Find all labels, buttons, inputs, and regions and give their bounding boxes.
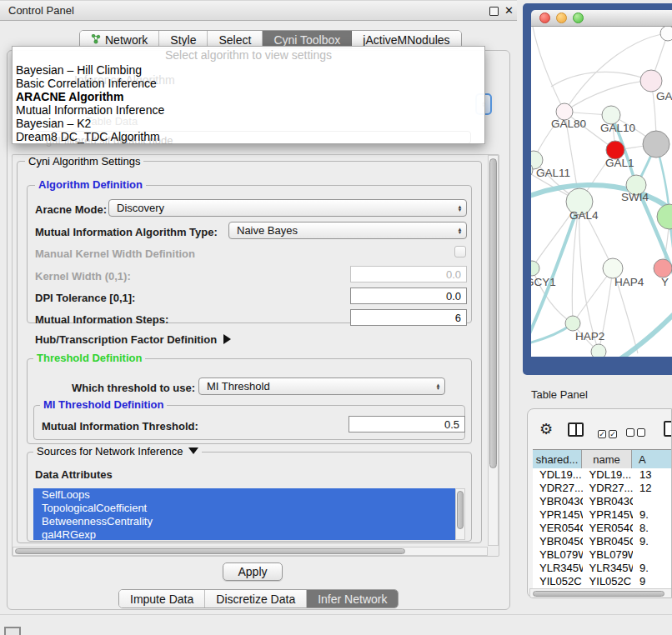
table-file-icon[interactable] <box>664 421 672 437</box>
apply-button[interactable]: Apply <box>223 562 283 581</box>
network-icon <box>91 33 101 47</box>
node-label-gcy1: GCY1 <box>531 276 556 288</box>
zoom-traffic-light[interactable] <box>573 12 584 23</box>
table-row[interactable]: YBL079WYBL079W <box>533 548 672 562</box>
mi-steps-label: Mutual Information Steps: <box>35 313 168 326</box>
column-header-a[interactable]: A <box>632 450 672 468</box>
gear-icon[interactable]: ⚙ <box>539 420 553 438</box>
table-row[interactable]: YBR043CYBR043C <box>533 495 672 508</box>
network-node[interactable] <box>660 27 672 41</box>
table-row[interactable]: YDR27...YDR27...12 <box>533 482 672 495</box>
aracne-mode-label: Aracne Mode: <box>35 203 107 216</box>
table-row[interactable]: YER054CYER054C8. <box>533 522 672 535</box>
minimized-panel-icon[interactable] <box>4 627 21 635</box>
table-hscrollbar-thumb[interactable] <box>533 591 664 597</box>
network-node-y[interactable] <box>654 259 672 278</box>
popup-item-bayesian-k2[interactable]: Bayesian – K2 <box>13 117 484 130</box>
network-node[interactable] <box>657 204 672 229</box>
manual-kernel-width-checkbox[interactable] <box>454 246 466 258</box>
table-cell <box>633 495 672 508</box>
table-cell: YDR27... <box>583 482 633 495</box>
node-label-gal: GAL <box>656 90 672 102</box>
kernel-width-label: Kernel Width (0,1): <box>35 270 131 282</box>
float-window-icon[interactable] <box>489 7 499 16</box>
attributes-scrollbar[interactable] <box>455 488 465 540</box>
network-node[interactable] <box>591 344 606 357</box>
cyni-algorithm-settings-title: Cyni Algorithm Settings <box>25 156 143 168</box>
mi-threshold-definition-title: MI Threshold Definition <box>40 399 167 411</box>
node-label-gal80: GAL80 <box>551 118 586 130</box>
table-cell: 8. <box>633 522 672 535</box>
table-row[interactable]: YLR345WYLR345W9. <box>533 562 672 575</box>
table-cell: YIL052C <box>583 575 633 588</box>
table-row[interactable]: YIL052CYIL052C9 <box>533 575 672 588</box>
manual-kernel-width-label: Manual Kernel Width Definition <box>35 248 195 260</box>
mi-algorithm-type-select[interactable]: Naive Bayes ▲▼ <box>228 222 467 239</box>
table-cell: 12 <box>633 482 672 495</box>
settings-hscrollbar-thumb[interactable] <box>15 548 405 554</box>
table-cell: YBL079W <box>583 548 633 562</box>
node-label-gal11: GAL11 <box>536 167 570 179</box>
popup-item-aracne-algorithm[interactable]: ARACNE Algorithm <box>13 90 484 103</box>
table-cell: YPR145W <box>533 508 583 522</box>
tab-impute-data[interactable]: Impute Data <box>119 590 205 608</box>
network-node[interactable] <box>643 131 669 158</box>
column-header-shared[interactable]: shared... <box>533 450 582 468</box>
attribute-item-selfloops[interactable]: SelfLoops <box>33 488 455 502</box>
mi-threshold-field[interactable]: 0.5 <box>349 416 465 432</box>
node-label-gal4: GAL4 <box>569 209 599 222</box>
settings-vscrollbar-thumb[interactable] <box>489 158 497 468</box>
bottom-tab-strip: Impute DataDiscretize DataInfer Network <box>118 589 399 608</box>
close-icon[interactable]: ✕ <box>504 4 514 17</box>
table-cell: YDL19... <box>533 468 583 482</box>
table-cell: YPR145W <box>583 508 633 522</box>
popup-item-mutual-information-inference[interactable]: Mutual Information Inference <box>13 103 484 117</box>
collapse-down-icon <box>188 448 198 454</box>
columns-icon[interactable] <box>568 422 584 437</box>
table-cell: YLR345W <box>583 562 633 575</box>
table-hscrollbar[interactable] <box>529 588 672 598</box>
attribute-item-gal4rgexp[interactable]: gal4RGexp <box>33 528 455 540</box>
minimize-traffic-light[interactable] <box>556 12 567 23</box>
dpi-tolerance-field[interactable]: 0.0 <box>350 288 467 304</box>
table-cell: YBR043C <box>533 495 583 508</box>
table-cell: YLR345W <box>533 562 583 575</box>
table-panel-title: Table Panel <box>531 388 588 401</box>
hub-definition-toggle[interactable]: Hub/Transcription Factor Definition <box>35 333 231 346</box>
network-node-gcy1[interactable] <box>531 261 539 276</box>
node-label-gal1: GAL1 <box>605 157 634 169</box>
app-window: Control Panel ✕ NetworkStyleSelectCyni T… <box>0 0 672 635</box>
network-canvas[interactable]: GALGAL80GAL10GAL1GAL11SWI4GAL4GCY1HAP4YH… <box>531 27 672 357</box>
kernel-width-field[interactable]: 0.0 <box>350 266 467 282</box>
table-cell: YBR045C <box>533 535 583 548</box>
table-cell: YIL052C <box>533 575 583 588</box>
combo-arrows-icon: ▲▼ <box>454 200 466 216</box>
table-cell: 13 <box>633 468 672 482</box>
tab-discretize-data[interactable]: Discretize Data <box>205 590 307 608</box>
network-node-gal[interactable] <box>640 70 662 92</box>
data-attributes-label: Data Attributes <box>35 468 113 481</box>
node-label-hap2: HAP2 <box>575 330 604 342</box>
mi-steps-field[interactable]: 6 <box>350 309 467 326</box>
settings-vscrollbar[interactable] <box>488 155 499 546</box>
table-row[interactable]: YDL19...YDL19...13 <box>533 468 672 482</box>
algorithm-popup: Select algorithm to view settings Bayesi… <box>12 46 485 144</box>
table-cell: YBR043C <box>583 495 633 508</box>
close-traffic-light[interactable] <box>539 12 550 23</box>
attribute-item-betweennesscentrality[interactable]: BetweennessCentrality <box>33 515 455 528</box>
attribute-item-topologicalcoefficient[interactable]: TopologicalCoefficient <box>33 502 455 515</box>
which-threshold-select[interactable]: MI Threshold ▲▼ <box>198 378 445 395</box>
table-row[interactable]: YBR045CYBR045C9. <box>533 535 672 548</box>
network-node-hap2[interactable] <box>565 316 580 331</box>
attributes-scrollbar-thumb[interactable] <box>457 491 464 529</box>
network-window-titlebar <box>531 10 672 27</box>
settings-hscrollbar[interactable] <box>13 547 488 556</box>
column-header-name[interactable]: name <box>582 450 632 468</box>
node-label-gal10: GAL10 <box>600 122 635 134</box>
sources-title[interactable]: Sources for Network Inference <box>33 446 202 458</box>
aracne-mode-select[interactable]: Discovery ▲▼ <box>108 199 467 217</box>
select-all-icon[interactable]: ✓✓ <box>598 425 619 440</box>
table-row[interactable]: YPR145WYPR145W9. <box>533 508 672 522</box>
deselect-all-icon[interactable] <box>626 425 648 440</box>
tab-infer-network[interactable]: Infer Network <box>307 590 398 608</box>
